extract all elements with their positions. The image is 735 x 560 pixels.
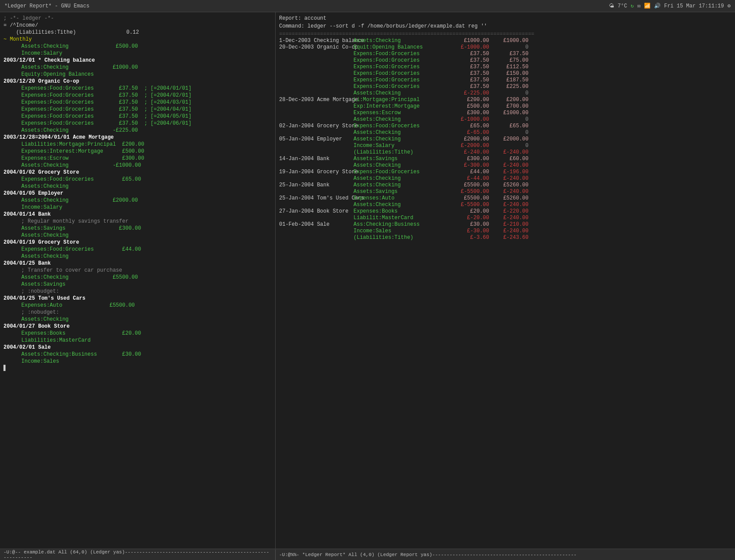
report-amount2: £5260.00: [489, 195, 528, 202]
report-row: 02-Jan-2004 Grocery StoreExpens:Food:Gro…: [279, 123, 732, 130]
statusbar-right: -U:@%%- *Ledger Report* All (4,0) (Ledge…: [276, 552, 735, 557]
left-pane-line: Assets:Checking: [4, 232, 272, 239]
report-date: [279, 51, 354, 57]
report-amount1: £-20.00: [450, 215, 489, 221]
left-pane-line: Equity:Opening Balances: [4, 71, 272, 78]
report-amount1: £37.50: [450, 51, 489, 57]
left-pane-line: Assets:Checking:Business £30.00: [4, 351, 272, 358]
report-row: Expens:Food:Groceries£37.50£37.50: [279, 51, 732, 57]
report-amount1: £-1000.00: [450, 44, 489, 51]
report-row: Assets:Checking£-300.00£-240.00: [279, 162, 732, 169]
left-pane-line: Liabilities:MasterCard: [4, 337, 272, 344]
report-account: Assets:Checking: [354, 130, 450, 136]
report-row: Expens:Food:Groceries£37.50£150.00: [279, 70, 732, 77]
report-row: Expens:Food:Groceries£37.50£187.50: [279, 77, 732, 84]
report-date: 02-Jan-2004 Grocery Store: [279, 123, 354, 130]
left-pane-line: 2004/01/25 Bank: [4, 260, 272, 267]
titlebar-title: *Ledger Report* - GNU Emacs: [4, 3, 89, 9]
report-date: 14-Jan-2004 Bank: [279, 156, 354, 162]
report-amount2: £-243.60: [489, 234, 528, 241]
report-row: Expens:Food:Groceries£37.50£75.00: [279, 57, 732, 64]
refresh-icon[interactable]: ↻: [630, 3, 634, 9]
report-command: Command: ledger --sort d -f /home/borbus…: [279, 23, 732, 30]
left-pane-line: Assets:Checking £2000.00: [4, 197, 272, 204]
report-date: 25-Jan-2004 Bank: [279, 182, 354, 189]
report-date: [279, 110, 354, 116]
report-date: [279, 57, 354, 64]
report-account: Expenses:Auto: [354, 195, 450, 202]
report-amount1: £-5500.00: [450, 202, 489, 208]
report-row: 27-Jan-2004 Book StoreExpenses:Books£20.…: [279, 208, 732, 215]
network-icon: 📶: [644, 3, 651, 9]
report-amount2: £2000.00: [489, 136, 528, 143]
left-pane-line: ▋: [4, 365, 272, 372]
report-amount2: £-210.00: [489, 221, 528, 228]
report-row: Assets:Checking£-65.000: [279, 130, 732, 136]
left-pane-line: Liabilities:Mortgage:Principal £200.00: [4, 141, 272, 148]
report-date: [279, 149, 354, 156]
left-pane-line: Expenses:Food:Groceries £37.50 ; [=2004/…: [4, 85, 272, 92]
report-row: 01-Feb-2004 SaleAss:Checking:Business£30…: [279, 221, 732, 228]
statusbar-left: -U:@-- example.dat All (64,0) (Ledger ya…: [0, 550, 276, 560]
left-pane-line: 2003/12/28=2004/01/01 Acme Mortgage: [4, 134, 272, 141]
left-pane-line: Expenses:Food:Groceries £65.00: [4, 176, 272, 183]
mail-icon: ✉: [637, 3, 640, 9]
report-account: Income:Sales: [354, 228, 450, 234]
report-date: [279, 143, 354, 149]
left-pane-line: Expenses:Food:Groceries £37.50 ; [=2004/…: [4, 106, 272, 113]
report-amount1: £44.00: [450, 169, 489, 175]
report-amount1: £200.00: [450, 97, 489, 103]
report-amount2: £1000.00: [489, 38, 528, 44]
main-content: ; -*- ledger -*-= /^Income/ (Liabilities…: [0, 12, 735, 549]
report-account: (Liabilities:Tithe): [354, 149, 450, 156]
report-amount1: £-225.00: [450, 90, 489, 97]
left-pane-line: Assets:Checking £1000.00: [4, 64, 272, 71]
report-date: 25-Jan-2004 Tom's Used Cars: [279, 195, 354, 202]
report-amount1: £5500.00: [450, 182, 489, 189]
left-pane-line: Income:Salary: [4, 204, 272, 211]
left-pane[interactable]: ; -*- ledger -*-= /^Income/ (Liabilities…: [0, 12, 276, 549]
report-amount2: £-240.00: [489, 175, 528, 182]
report-amount2: £-240.00: [489, 228, 528, 234]
report-amount1: £-240.00: [450, 149, 489, 156]
report-date: [279, 234, 354, 241]
report-amount2: £225.00: [489, 84, 528, 90]
report-amount1: £20.00: [450, 208, 489, 215]
separator: ========================================…: [279, 31, 732, 38]
report-account: Assets:Checking: [354, 90, 450, 97]
report-amount2: 0: [489, 143, 528, 149]
report-date: [279, 162, 354, 169]
left-pane-line: 2004/02/01 Sale: [4, 344, 272, 351]
left-pane-line: Income:Sales: [4, 358, 272, 365]
report-amount2: £65.00: [489, 123, 528, 130]
left-pane-line: (Liabilities:Tithe) 0.12: [4, 29, 272, 36]
report-account: Expens:Food:Groceries: [354, 57, 450, 64]
left-pane-line: 2003/12/01 * Checking balance: [4, 57, 272, 64]
left-pane-line: Expenses:Books £20.00: [4, 330, 272, 337]
report-amount2: £5260.00: [489, 182, 528, 189]
left-pane-line: Assets:Checking: [4, 316, 272, 323]
report-account: Exp:Interest:Mortgage: [354, 103, 450, 110]
right-pane[interactable]: Report: account Command: ledger --sort d…: [276, 12, 735, 549]
report-amount2: £-240.00: [489, 189, 528, 195]
report-row: (Liabilities:Tithe)£-240.00£-240.00: [279, 149, 732, 156]
report-amount1: £300.00: [450, 110, 489, 116]
report-amount1: £37.50: [450, 57, 489, 64]
left-pane-line: Income:Salary: [4, 50, 272, 57]
left-pane-line: ; :nobudget:: [4, 309, 272, 316]
report-date: 28-Dec-2003 Acme Mortgage: [279, 97, 354, 103]
report-row: Assets:Checking£-1000.000: [279, 116, 732, 123]
report-account: Income:Salary: [354, 143, 450, 149]
left-pane-line: Assets:Checking: [4, 253, 272, 260]
report-amount2: £187.50: [489, 77, 528, 84]
left-pane-line: 2004/01/14 Bank: [4, 211, 272, 218]
report-amount1: £-2000.00: [450, 143, 489, 149]
report-account: Expenses:Escrow: [354, 110, 450, 116]
report-account: Assets:Checking: [354, 38, 450, 44]
report-account: Expens:Food:Groceries: [354, 123, 450, 130]
settings-icon[interactable]: ⚙: [728, 3, 731, 9]
titlebar-right: 🌤 7°C ↻ ✉ 📶 🔊 Fri 15 Mar 17:11:19 ⚙: [609, 3, 731, 9]
left-pane-line: Assets:Checking: [4, 183, 272, 190]
report-account: Ass:Checking:Business: [354, 221, 450, 228]
statusbar-right-text: -U:@%%- *Ledger Report* All (4,0) (Ledge…: [279, 552, 577, 557]
